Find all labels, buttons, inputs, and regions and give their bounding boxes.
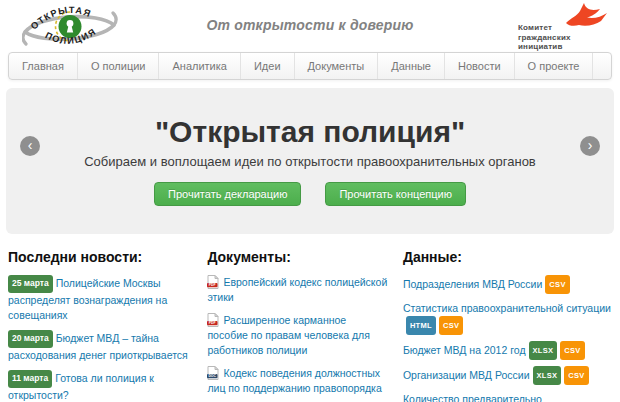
partner-name: Комитет гражданских инициатив bbox=[518, 23, 571, 52]
news-item[interactable]: 25 мартаПолицейские Москвы распределят в… bbox=[8, 275, 193, 323]
news-item[interactable]: 11 мартаГотова ли полиция к открытости? bbox=[8, 370, 193, 402]
documents-column: Документы: PDFЕвропейский кодекс полицей… bbox=[207, 249, 388, 402]
format-badge-xlsx[interactable]: XLSX bbox=[533, 366, 562, 385]
hero-carousel: "Открытая полиция" Собираем и воплощаем … bbox=[6, 88, 614, 234]
svg-text:PDF: PDF bbox=[209, 283, 216, 287]
svg-text:DOC: DOC bbox=[209, 374, 217, 378]
pdf-file-icon: PDF bbox=[207, 313, 219, 327]
svg-text:PDF: PDF bbox=[209, 321, 216, 325]
format-badge-csv[interactable]: CSV bbox=[564, 366, 588, 385]
dataset-link[interactable]: Организации МВД РоссииXLSXCSV bbox=[403, 366, 612, 385]
doc-file-icon: DOC bbox=[207, 366, 219, 380]
nav-item-news[interactable]: Новости bbox=[445, 53, 515, 79]
content-columns: Последни новости: 25 мартаПолицейские Мо… bbox=[0, 234, 620, 402]
news-item[interactable]: 20 мартаБюджет МВД – тайна расходования … bbox=[8, 330, 193, 363]
dataset-title[interactable]: Статистика правоохранительной ситуации bbox=[403, 302, 611, 314]
nav-item-about-police[interactable]: О полиции bbox=[78, 53, 160, 79]
nav-item-analytics[interactable]: Аналитика bbox=[159, 53, 240, 79]
format-badge-csv[interactable]: CSV bbox=[545, 275, 569, 294]
document-link[interactable]: PDFЕвропейский кодекс полицейской этики bbox=[207, 275, 388, 305]
format-badge-csv[interactable]: CSV bbox=[560, 341, 584, 360]
dataset-title[interactable]: Организации МВД России bbox=[403, 369, 530, 381]
document-title[interactable]: Кодекс поведения должностных лиц по подд… bbox=[207, 367, 381, 394]
documents-heading: Документы: bbox=[207, 249, 388, 265]
date-badge: 25 марта bbox=[8, 275, 53, 293]
dataset-title[interactable]: Количество предварительно расследованных… bbox=[403, 393, 612, 402]
hero-buttons: Прочитать декларацию Прочитать концепцию bbox=[6, 182, 614, 206]
partner-logo[interactable]: Комитет гражданских инициатив bbox=[508, 2, 612, 52]
dataset-link[interactable]: Статистика правоохранительной ситуацииHT… bbox=[403, 300, 612, 335]
dataset-link[interactable]: Бюджет МВД на 2012 годXLSXCSV bbox=[403, 341, 612, 360]
format-badge-html[interactable]: HTML bbox=[406, 316, 436, 335]
header: ОТКРЫТАЯ ПОЛИЦИЯ От открытости к доверию… bbox=[0, 0, 620, 52]
carousel-next-icon[interactable]: › bbox=[580, 136, 600, 156]
document-title[interactable]: Расширенное карманное пособие по правам … bbox=[207, 314, 369, 356]
data-column: Данные: Подразделения МВД РоссииCSV Стат… bbox=[403, 249, 612, 402]
hero-subtitle: Собираем и воплощаем идеи по открытости … bbox=[6, 154, 614, 169]
carousel-prev-icon[interactable]: ‹ bbox=[20, 136, 40, 156]
document-title[interactable]: Европейский кодекс полицейской этики bbox=[207, 276, 387, 303]
partner-name-line: гражданских bbox=[518, 33, 571, 43]
nav-item-about-project[interactable]: О проекте bbox=[515, 53, 594, 79]
dataset-link[interactable]: Подразделения МВД РоссииCSV bbox=[403, 275, 612, 294]
news-column: Последни новости: 25 мартаПолицейские Мо… bbox=[8, 249, 193, 402]
format-badge-xlsx[interactable]: XLSX bbox=[529, 341, 558, 360]
partner-name-line: Комитет bbox=[518, 23, 571, 33]
eye-tail bbox=[23, 32, 26, 44]
news-heading: Последни новости: bbox=[8, 249, 193, 265]
format-badge-csv[interactable]: CSV bbox=[439, 316, 463, 335]
nav-item-documents[interactable]: Документы bbox=[295, 53, 379, 79]
nav-item-data[interactable]: Данные bbox=[378, 53, 445, 79]
read-declaration-button[interactable]: Прочитать декларацию bbox=[154, 182, 301, 206]
dataset-title[interactable]: Бюджет МВД на 2012 год bbox=[403, 344, 526, 356]
document-link[interactable]: PDFРасширенное карманное пособие по прав… bbox=[207, 313, 388, 358]
dataset-link[interactable]: Количество предварительно расследованных… bbox=[403, 391, 612, 402]
main-navigation: Главная О полиции Аналитика Идеи Докумен… bbox=[8, 52, 612, 80]
pdf-file-icon: PDF bbox=[207, 275, 219, 289]
nav-item-ideas[interactable]: Идеи bbox=[241, 53, 295, 79]
nav-item-home[interactable]: Главная bbox=[9, 53, 78, 79]
dataset-title[interactable]: Подразделения МВД России bbox=[403, 278, 542, 290]
data-heading: Данные: bbox=[403, 249, 612, 265]
date-badge: 11 марта bbox=[8, 370, 52, 388]
hero-title: "Открытая полиция" bbox=[6, 88, 614, 149]
date-badge: 20 марта bbox=[8, 330, 53, 348]
read-concept-button[interactable]: Прочитать концепцию bbox=[325, 182, 465, 206]
partner-name-line: инициатив bbox=[518, 42, 571, 52]
document-link[interactable]: DOCКодекс поведения должностных лиц по п… bbox=[207, 366, 388, 396]
